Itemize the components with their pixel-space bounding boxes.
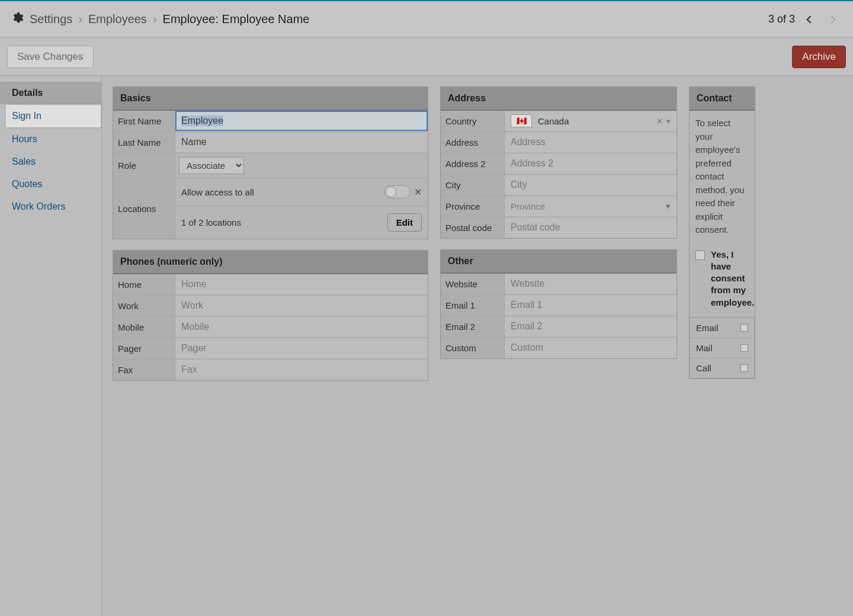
- input-firstname[interactable]: [175, 111, 428, 131]
- input-city[interactable]: [505, 175, 676, 195]
- label-firstname: First Name: [113, 111, 175, 131]
- label-locations: Locations: [113, 178, 175, 239]
- toggle-allow-access[interactable]: [384, 185, 411, 198]
- gear-icon: [11, 11, 24, 27]
- panel-phones: Phones (numeric only) Home Work Mobile: [113, 250, 428, 381]
- input-address2[interactable]: [505, 153, 676, 174]
- edit-locations-button[interactable]: Edit: [387, 213, 422, 232]
- sidenav-sales[interactable]: Sales: [0, 150, 101, 173]
- sidenav-details[interactable]: Details: [0, 82, 101, 104]
- crumb-current: Employee: Employee Name: [163, 12, 310, 26]
- label-website: Website: [441, 274, 505, 294]
- label-pager: Pager: [113, 338, 175, 359]
- crumb-settings[interactable]: Settings: [30, 12, 72, 26]
- checkbox-pref-call[interactable]: [740, 364, 748, 372]
- pager-count: 3 of 3: [768, 13, 795, 25]
- select-province[interactable]: Province ▾: [505, 196, 676, 216]
- input-email2[interactable]: [505, 316, 676, 336]
- label-address2: Address 2: [441, 153, 505, 174]
- panel-address: Address Country 🇨🇦 Canada ✕ ▾: [440, 86, 677, 239]
- label-role: Role: [113, 153, 175, 178]
- label-email2: Email 2: [441, 316, 505, 337]
- label-pref-call: Call: [696, 363, 711, 373]
- panel-address-title: Address: [441, 87, 676, 111]
- checkbox-pref-mail[interactable]: [740, 344, 748, 352]
- label-home: Home: [113, 274, 175, 295]
- breadcrumb: Settings › Employees › Employee: Employe…: [11, 11, 309, 27]
- input-email1[interactable]: [505, 295, 676, 315]
- panel-basics-title: Basics: [113, 87, 428, 111]
- save-button[interactable]: Save Changes: [7, 46, 94, 68]
- archive-button[interactable]: Archive: [792, 46, 846, 68]
- label-pref-email: Email: [696, 323, 719, 333]
- label-province: Province: [441, 196, 505, 217]
- checkbox-pref-email[interactable]: [740, 324, 748, 332]
- label-location-count: 1 of 2 locations: [181, 217, 241, 227]
- label-address: Address: [441, 132, 505, 153]
- input-phone-work[interactable]: [175, 296, 428, 316]
- close-icon[interactable]: ✕: [414, 187, 422, 198]
- input-phone-fax[interactable]: [175, 360, 428, 380]
- side-nav: Details Sign In Hours Sales Quotes Work …: [0, 76, 102, 616]
- label-fax: Fax: [113, 360, 175, 380]
- label-work: Work: [113, 296, 175, 316]
- panel-contact: Contact To select your employee's prefer…: [689, 86, 755, 379]
- input-custom[interactable]: [505, 338, 676, 358]
- label-consent: Yes, I have consent from my employee.: [711, 249, 754, 309]
- label-lastname: Last Name: [113, 132, 175, 153]
- input-phone-pager[interactable]: [175, 338, 428, 358]
- input-address[interactable]: [505, 132, 676, 152]
- pager-prev-button[interactable]: [800, 10, 819, 29]
- label-mobile: Mobile: [113, 317, 175, 338]
- panel-basics: Basics First Name Last Name Role Associa…: [113, 86, 428, 239]
- select-country[interactable]: 🇨🇦 Canada ✕ ▾: [505, 111, 676, 131]
- chevron-right-icon: ›: [78, 12, 82, 26]
- chevron-down-icon: ▾: [666, 201, 671, 211]
- label-pref-mail: Mail: [696, 343, 713, 353]
- panel-contact-title: Contact: [690, 87, 755, 111]
- input-lastname[interactable]: [175, 132, 428, 152]
- province-placeholder: Province: [511, 201, 545, 211]
- pager-next-button[interactable]: [823, 10, 842, 29]
- label-country: Country: [441, 111, 505, 131]
- label-postalcode: Postal code: [441, 217, 505, 238]
- panel-phones-title: Phones (numeric only): [113, 251, 428, 274]
- input-postalcode[interactable]: [505, 217, 676, 238]
- select-role[interactable]: Associate: [179, 157, 244, 174]
- country-value: Canada: [538, 116, 569, 126]
- contact-instructions: To select your employee's preferred cont…: [690, 111, 755, 243]
- clear-country-icon[interactable]: ✕: [656, 117, 663, 126]
- label-email1: Email 1: [441, 295, 505, 316]
- checkbox-consent[interactable]: [695, 251, 705, 260]
- panel-other-title: Other: [441, 250, 676, 274]
- label-city: City: [441, 175, 505, 195]
- sidenav-hours[interactable]: Hours: [0, 128, 101, 150]
- sidenav-quotes[interactable]: Quotes: [0, 173, 101, 195]
- sidenav-signin[interactable]: Sign In: [6, 104, 101, 128]
- panel-other: Other Website Email 1 Email 2: [440, 249, 677, 359]
- flag-canada-icon: 🇨🇦: [511, 114, 532, 127]
- crumb-employees[interactable]: Employees: [88, 12, 147, 26]
- chevron-right-icon: ›: [153, 12, 157, 26]
- input-phone-home[interactable]: [175, 274, 428, 294]
- sidenav-workorders[interactable]: Work Orders: [0, 195, 101, 218]
- label-allow-access: Allow access to all: [181, 187, 254, 197]
- chevron-down-icon[interactable]: ▾: [666, 117, 671, 126]
- input-phone-mobile[interactable]: [175, 317, 428, 337]
- label-custom: Custom: [441, 338, 505, 358]
- input-website[interactable]: [505, 274, 676, 294]
